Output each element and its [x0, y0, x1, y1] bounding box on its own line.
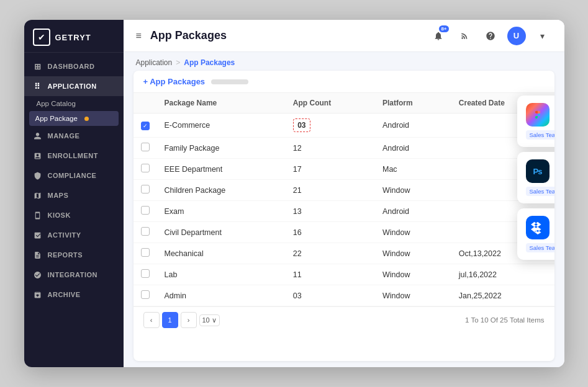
sidebar-item-app-package[interactable]: App Package [29, 111, 119, 126]
per-page-selector[interactable]: 10 ∨ [199, 314, 220, 326]
table-row[interactable]: Lab11Windowjul,16,2022 [133, 264, 554, 285]
breadcrumb-parent[interactable]: Application [136, 58, 173, 67]
sidebar-item-manage[interactable]: MANAGE [24, 126, 124, 146]
figma-tags: Sales TeamDesign Teams+2 [526, 130, 554, 140]
help-btn[interactable] [481, 27, 500, 45]
sidebar-item-maps[interactable]: MAPS [24, 185, 124, 205]
notification-btn[interactable]: 8+ [429, 27, 448, 45]
col-package-name[interactable]: Package Name [157, 93, 286, 113]
col-app-count[interactable]: App Count [286, 93, 375, 113]
sidebar-item-application[interactable]: ⠿ APPLICATION [24, 76, 124, 96]
app-count-highlight: 03 [293, 118, 310, 132]
notification-badge: 8+ [439, 25, 448, 32]
sidebar-item-integration[interactable]: INTEGRATION [24, 265, 124, 285]
page-1-btn[interactable]: 1 [162, 312, 178, 328]
checkbox-input[interactable] [141, 248, 150, 257]
sidebar-item-activity[interactable]: ACTIVITY [24, 225, 124, 245]
checkbox-input[interactable] [141, 206, 150, 215]
figma-icon [526, 103, 550, 127]
avatar-btn[interactable]: U [507, 27, 526, 45]
row-package-name: Civil Department [157, 222, 286, 243]
checkbox-input[interactable] [141, 227, 150, 236]
kiosk-icon [33, 210, 43, 220]
tag-0: Sales Team [526, 187, 554, 196]
sidebar-item-compliance[interactable]: COMPLIANCE [24, 166, 124, 185]
row-platform: Android [375, 113, 451, 138]
col-platform[interactable]: Platform [375, 93, 451, 113]
table-header: + App Packages [133, 71, 554, 93]
row-checkbox[interactable] [133, 222, 157, 243]
enrollment-icon [33, 151, 43, 161]
row-checkbox[interactable] [133, 138, 157, 159]
table-row[interactable]: Exam13Android [133, 201, 554, 222]
table-row[interactable]: Family Package12Android [133, 138, 554, 159]
row-app-count: 12 [286, 138, 375, 159]
table-row[interactable]: EEE Department17Mac [133, 159, 554, 180]
row-date: Jan,25,2022 [451, 285, 554, 306]
row-checkbox[interactable] [133, 264, 157, 285]
table-row[interactable]: Children Package21Window [133, 180, 554, 201]
row-app-count: 03 [286, 285, 375, 306]
pagination: ‹ 1 › 10 ∨ 1 To 10 Of 25 Total Items [133, 306, 554, 333]
sidebar-label-application: APPLICATION [48, 82, 97, 90]
row-package-name: Lab [157, 264, 286, 285]
checkbox-input[interactable] [141, 185, 150, 194]
checkbox-input[interactable] [141, 164, 150, 172]
row-date: jul,16,2022 [451, 264, 554, 285]
sidebar-label-maps: MAPS [48, 192, 69, 199]
row-app-count: 21 [286, 180, 375, 201]
sidebar-item-dashboard[interactable]: ⊞ DASHBOARD [24, 56, 124, 76]
sidebar-item-archive[interactable]: ARCHIVE [24, 285, 124, 305]
row-platform: Window [375, 180, 451, 201]
row-checkbox[interactable] [133, 180, 157, 201]
row-checkbox[interactable] [133, 285, 157, 306]
sidebar-label-reports: REPORTS [48, 251, 83, 259]
row-package-name: EEE Department [157, 159, 286, 180]
row-platform: Window [375, 243, 451, 264]
checkbox-input[interactable] [141, 143, 150, 151]
add-label: + App Packages [143, 77, 206, 86]
menu-icon[interactable]: ≡ [136, 30, 142, 42]
row-checkbox[interactable]: ✓ [133, 113, 157, 138]
per-page-chevron: ∨ [212, 316, 217, 324]
topbar: ≡ App Packages 8+ U ▾ [124, 20, 564, 52]
row-checkbox[interactable] [133, 201, 157, 222]
add-packages-btn[interactable]: + App Packages [143, 77, 206, 86]
table-row[interactable]: Civil Department16Window [133, 222, 554, 243]
row-app-count: 22 [286, 243, 375, 264]
packages-table: Package Name App Count Platform Created … [133, 93, 554, 306]
integration-icon [33, 270, 43, 280]
page-title: App Packages [150, 29, 423, 42]
row-checkbox[interactable] [133, 243, 157, 264]
row-app-count: 13 [286, 201, 375, 222]
sidebar-item-reports[interactable]: REPORTS [24, 245, 124, 265]
sidebar-label-archive: ARCHIVE [48, 291, 81, 298]
sidebar-item-kiosk[interactable]: KIOSK [24, 205, 124, 225]
dropdown-btn[interactable]: ▾ [533, 27, 552, 45]
table-row[interactable]: Mechanical22WindowOct,13,2022 [133, 243, 554, 264]
per-page-value: 10 [202, 316, 210, 324]
logo-text: GETRYT [55, 33, 91, 42]
popup-card-figma: Figma146 of 200 Licenses usedMoreSales T… [517, 96, 554, 147]
sidebar-item-enrollment[interactable]: ENROLLMENT [24, 146, 124, 166]
table-row[interactable]: Admin03WindowJan,25,2022 [133, 285, 554, 306]
prev-page-btn[interactable]: ‹ [143, 312, 160, 328]
row-checkbox[interactable] [133, 159, 157, 180]
compliance-icon [33, 171, 43, 180]
table-row[interactable]: ✓E-Commerce03Android [133, 113, 554, 138]
row-platform: Window [375, 285, 451, 306]
topbar-icons: 8+ U ▾ [429, 27, 552, 45]
next-page-btn[interactable]: › [181, 312, 197, 328]
sidebar-item-app-catalog[interactable]: App Catalog [24, 96, 124, 111]
sidebar-label-activity: ACTIVITY [48, 231, 81, 239]
rss-btn[interactable] [455, 27, 474, 45]
popup-cards: Figma146 of 200 Licenses usedMoreSales T… [517, 96, 554, 260]
checkbox-input[interactable] [141, 269, 150, 278]
row-app-count: 03 [286, 113, 375, 138]
checkbox-input[interactable] [141, 290, 150, 299]
app-package-label: App Package [35, 115, 78, 122]
photoshop-icon: Ps [526, 159, 550, 183]
row-platform: Mac [375, 159, 451, 180]
checkbox-input[interactable]: ✓ [141, 122, 150, 130]
loading-bar [211, 79, 248, 84]
